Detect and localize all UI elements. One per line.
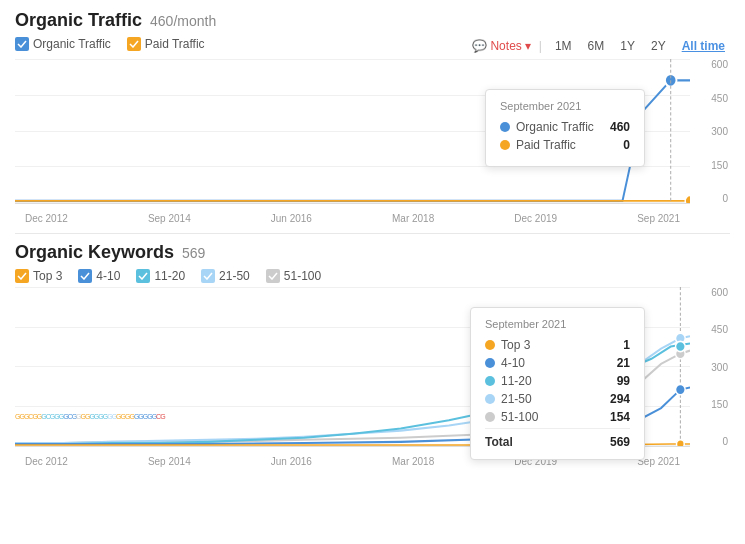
tooltip-total: Total 569 xyxy=(485,435,630,449)
legend-4-10[interactable]: 4-10 xyxy=(78,269,120,283)
legend-paid-traffic[interactable]: Paid Traffic xyxy=(127,37,205,51)
y-label: 600 xyxy=(711,287,728,298)
y-axis-1: 600 450 300 150 0 xyxy=(690,59,730,204)
kw-value-51-100: 154 xyxy=(600,410,630,424)
legend-organic-checkbox xyxy=(15,37,29,51)
legend-paid-label: Paid Traffic xyxy=(145,37,205,51)
time-1y[interactable]: 1Y xyxy=(615,37,640,55)
x-label: Jun 2016 xyxy=(271,213,312,224)
legend-4-10-checkbox xyxy=(78,269,92,283)
x-label: Dec 2012 xyxy=(25,456,68,467)
tooltip-dot-organic xyxy=(500,122,510,132)
legend-organic-label: Organic Traffic xyxy=(33,37,111,51)
x-label: Dec 2019 xyxy=(514,213,557,224)
organic-traffic-title: Organic Traffic xyxy=(15,10,142,31)
organic-traffic-section: Organic Traffic 460/month Organic Traffi… xyxy=(0,0,745,229)
legend-4-10-label: 4-10 xyxy=(96,269,120,283)
organic-traffic-tooltip: September 2021 Organic Traffic 460 Paid … xyxy=(485,89,645,167)
svg-point-8 xyxy=(677,440,685,446)
x-label: Sep 2021 xyxy=(637,213,680,224)
organic-keywords-section: Organic Keywords 569 Top 3 4-10 11-20 xyxy=(0,234,745,472)
kw-label-top3: Top 3 xyxy=(501,338,594,352)
kw-label-11-20: 11-20 xyxy=(501,374,594,388)
kw-dot-4-10 xyxy=(485,358,495,368)
kw-value-11-20: 99 xyxy=(600,374,630,388)
legend-11-20-checkbox xyxy=(136,269,150,283)
tooltip-row-11-20: 11-20 99 xyxy=(485,374,630,388)
tooltip-value-paid: 0 xyxy=(600,138,630,152)
kw-total-label: Total xyxy=(485,435,604,449)
legend-organic-traffic[interactable]: Organic Traffic xyxy=(15,37,111,51)
y-label: 450 xyxy=(711,93,728,104)
tooltip-row-21-50: 21-50 294 xyxy=(485,392,630,406)
organic-keywords-legend: Top 3 4-10 11-20 21-50 51-100 xyxy=(15,269,730,283)
kw-dot-51-100 xyxy=(485,412,495,422)
tooltip-row-top3: Top 3 1 xyxy=(485,338,630,352)
legend-top3-checkbox xyxy=(15,269,29,283)
organic-traffic-controls: Organic Traffic Paid Traffic 💬 Notes ▾ |… xyxy=(15,37,730,55)
legend-51-100[interactable]: 51-100 xyxy=(266,269,321,283)
organic-traffic-header: Organic Traffic 460/month xyxy=(15,10,730,31)
tooltip-label-paid: Paid Traffic xyxy=(516,138,594,152)
y-axis-2: 600 450 300 150 0 xyxy=(690,287,730,447)
x-label: Sep 2014 xyxy=(148,213,191,224)
time-2y[interactable]: 2Y xyxy=(646,37,671,55)
kw-tooltip-title: September 2021 xyxy=(485,318,630,330)
y-label: 300 xyxy=(711,126,728,137)
organic-keywords-title: Organic Keywords xyxy=(15,242,174,263)
organic-traffic-legend: Organic Traffic Paid Traffic xyxy=(15,37,205,51)
x-label: Mar 2018 xyxy=(392,213,434,224)
chart-area-2: GGGCGG GCGGG GCG G GG GGGG GG GGGG GGGGG… xyxy=(15,287,690,447)
kw-value-4-10: 21 xyxy=(600,356,630,370)
time-6m[interactable]: 6M xyxy=(583,37,610,55)
y-label: 0 xyxy=(722,436,728,447)
organic-traffic-chart: September 2021 Organic Traffic 460 Paid … xyxy=(15,59,730,224)
svg-point-6 xyxy=(676,341,686,351)
kw-value-21-50: 294 xyxy=(600,392,630,406)
y-label: 0 xyxy=(722,193,728,204)
kw-dot-top3 xyxy=(485,340,495,350)
legend-51-100-label: 51-100 xyxy=(284,269,321,283)
tooltip-value-organic: 460 xyxy=(600,120,630,134)
kw-total-value: 569 xyxy=(610,435,630,449)
legend-21-50-checkbox xyxy=(201,269,215,283)
tooltip-row-4-10: 4-10 21 xyxy=(485,356,630,370)
legend-top3-label: Top 3 xyxy=(33,269,62,283)
x-label: Jun 2016 xyxy=(271,456,312,467)
chart-area-1: September 2021 Organic Traffic 460 Paid … xyxy=(15,59,690,204)
tooltip-title: September 2021 xyxy=(500,100,630,112)
y-label: 300 xyxy=(711,362,728,373)
legend-51-100-checkbox xyxy=(266,269,280,283)
x-label: Mar 2018 xyxy=(392,456,434,467)
svg-point-7 xyxy=(676,384,686,394)
tooltip-divider xyxy=(485,428,630,429)
legend-paid-checkbox xyxy=(127,37,141,51)
legend-top3[interactable]: Top 3 xyxy=(15,269,62,283)
x-label: Sep 2014 xyxy=(148,456,191,467)
organic-traffic-count: 460/month xyxy=(150,13,216,29)
notes-button[interactable]: 💬 Notes ▾ xyxy=(472,39,530,53)
notes-label: Notes xyxy=(490,39,521,53)
tooltip-label-organic: Organic Traffic xyxy=(516,120,594,134)
kw-label-51-100: 51-100 xyxy=(501,410,594,424)
time-controls: 💬 Notes ▾ | 1M 6M 1Y 2Y All time xyxy=(472,37,730,55)
time-all[interactable]: All time xyxy=(677,37,730,55)
time-1m[interactable]: 1M xyxy=(550,37,577,55)
tooltip-row-51-100: 51-100 154 xyxy=(485,410,630,424)
legend-11-20-label: 11-20 xyxy=(154,269,185,283)
legend-11-20[interactable]: 11-20 xyxy=(136,269,185,283)
y-label: 150 xyxy=(711,399,728,410)
kw-label-21-50: 21-50 xyxy=(501,392,594,406)
organic-keywords-chart: GGGCGG GCGGG GCG G GG GGGG GG GGGG GGGGG… xyxy=(15,287,730,467)
organic-keywords-tooltip: September 2021 Top 3 1 4-10 21 11-20 99 xyxy=(470,307,645,460)
tooltip-row-organic: Organic Traffic 460 xyxy=(500,120,630,134)
kw-dot-11-20 xyxy=(485,376,495,386)
y-label: 450 xyxy=(711,324,728,335)
notes-icon: 💬 xyxy=(472,39,487,53)
y-label: 600 xyxy=(711,59,728,70)
kw-value-top3: 1 xyxy=(600,338,630,352)
legend-21-50[interactable]: 21-50 xyxy=(201,269,250,283)
notes-chevron: ▾ xyxy=(525,39,531,53)
legend-21-50-label: 21-50 xyxy=(219,269,250,283)
kw-label-4-10: 4-10 xyxy=(501,356,594,370)
